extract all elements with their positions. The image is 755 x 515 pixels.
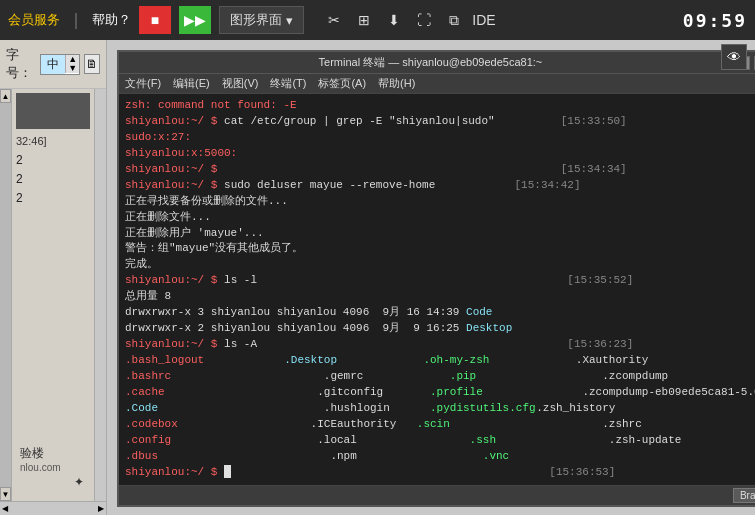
dropdown-arrow-icon: ▾ (286, 13, 293, 28)
font-size-arrows[interactable]: ▲ ▼ (65, 55, 79, 73)
terminal-line: .dbus .npm .vnc (125, 449, 755, 465)
terminal-line: .bashrc .gemrc .pip .zcompdump (125, 369, 755, 385)
terminal-wrapper: Terminal 终端 — shiyanlou@eb09ede5ca81:~ _… (107, 40, 755, 515)
terminal-line: shiyanlou:x:5000: (125, 146, 755, 162)
terminal-line: zsh: command not found: -E (125, 98, 755, 114)
terminal-line: drwxrwxr-x 2 shiyanlou shiyanlou 4096 9月… (125, 321, 755, 337)
terminal-line: 总用量 8 (125, 289, 755, 305)
external-icon: ⧉ (449, 12, 459, 29)
eye-icon: 👁 (727, 49, 741, 65)
terminal-line: 正在删除文件... (125, 210, 755, 226)
divider1: ｜ (68, 10, 84, 31)
menu-tabs[interactable]: 标签页(A) (318, 76, 366, 91)
star-icon: ✦ (74, 475, 84, 489)
sidebar-bottom-scrollbar[interactable]: ◀ ▶ (0, 501, 106, 515)
terminal-line: .bash_logout .Desktop .oh-my-zsh .Xautho… (125, 353, 755, 369)
sidebar-nums: 2 2 2 (16, 151, 90, 209)
mode-label: 图形界面 (230, 11, 282, 29)
menu-edit[interactable]: 编辑(E) (173, 76, 210, 91)
scroll-left-icon[interactable]: ◀ (2, 504, 8, 513)
sidebar-icon-row: ✦ (20, 473, 86, 491)
scroll-right-icon[interactable]: ▶ (98, 504, 104, 513)
terminal-line: 正在删除用户 'mayue'... (125, 226, 755, 242)
brackets-button[interactable]: Brackets (733, 488, 755, 503)
ide-label: IDE (472, 12, 495, 28)
sidebar-num-3: 2 (16, 189, 90, 208)
terminal-title-bar: Terminal 终端 — shiyanlou@eb09ede5ca81:~ _… (119, 52, 755, 74)
sidebar-content-area: 32:46] 2 2 2 验楼 nlou.com ✦ (12, 89, 94, 501)
copy-icon: ⊞ (358, 12, 370, 28)
fullscreen-icon: ⛶ (417, 12, 431, 28)
copy-button[interactable]: ⊞ (350, 6, 378, 34)
sidebar-top: 字号： 中 ▲ ▼ 🗎 (0, 40, 106, 89)
terminal-line: 警告：组"mayue"没有其他成员了。 (125, 241, 755, 257)
sidebar-left-scrollbar: ▲ ▼ (0, 89, 12, 501)
terminal-line: .Code .hushlogin .pydistutils.cfg .zsh_h… (125, 401, 755, 417)
sidebar-text-block (16, 93, 90, 129)
help-link[interactable]: 帮助？ (92, 11, 131, 29)
sidebar-section-label: 验楼 (20, 445, 86, 462)
download-button[interactable]: ⬇ (380, 6, 408, 34)
sidebar-num-2: 2 (16, 170, 90, 189)
scroll-down-button[interactable]: ▼ (0, 487, 11, 501)
play-icon: ▶▶ (184, 12, 206, 28)
font-size-down-icon[interactable]: ▼ (66, 64, 79, 73)
stop-button[interactable]: ■ (139, 6, 171, 34)
menu-view[interactable]: 视图(V) (222, 76, 259, 91)
sidebar: 字号： 中 ▲ ▼ 🗎 ▲ ▼ 32:46] 2 (0, 40, 107, 515)
terminal-content[interactable]: zsh: command not found: -E shiyanlou:~/ … (119, 94, 755, 485)
menu-terminal[interactable]: 终端(T) (270, 76, 306, 91)
terminal-line: 完成。 (125, 257, 755, 273)
cut-icon: ✂ (328, 12, 340, 28)
menu-help[interactable]: 帮助(H) (378, 76, 415, 91)
terminal-prompt-line: shiyanlou:~/ $ [15:36:53] (125, 465, 755, 481)
clock: 09:59 (683, 10, 747, 31)
terminal-window: Terminal 终端 — shiyanlou@eb09ede5ca81:~ _… (117, 50, 755, 507)
terminal-line: .config .local .ssh .zsh-update (125, 433, 755, 449)
terminal-line: shiyanlou:~/ $ ls -A [15:36:23] (125, 337, 755, 353)
top-bar: 会员服务 ｜ 帮助？ ■ ▶▶ 图形界面 ▾ ✂ ⊞ ⬇ ⛶ ⧉ IDE 09:… (0, 0, 755, 40)
sidebar-right-scrollbar (94, 89, 106, 501)
membership-link[interactable]: 会员服务 (8, 11, 60, 29)
terminal-line: .codebox .ICEauthority .scin .zshrc (125, 417, 755, 433)
sidebar-num-1: 2 (16, 151, 90, 170)
terminal-title: Terminal 终端 — shiyanlou@eb09ede5ca81:~ (125, 55, 736, 70)
font-label: 字号： (6, 46, 36, 82)
mode-dropdown[interactable]: 图形界面 ▾ (219, 6, 304, 34)
terminal-line: 正在寻找要备份或删除的文件... (125, 194, 755, 210)
toolbar-icons: ✂ ⊞ ⬇ ⛶ ⧉ IDE (320, 6, 498, 34)
terminal-line: shiyanlou:~/ $ ls -l [15:35:52] (125, 273, 755, 289)
terminal-footer: Brackets (119, 485, 755, 505)
sidebar-url: nlou.com (20, 462, 86, 473)
terminal-body: zsh: command not found: -E shiyanlou:~/ … (119, 94, 755, 485)
eye-button[interactable]: 👁 (721, 44, 747, 70)
ide-button[interactable]: IDE (470, 6, 498, 34)
terminal-line: sudo:x:27: (125, 130, 755, 146)
terminal-line: shiyanlou:~/ $ [15:34:34] (125, 162, 755, 178)
terminal-line: shiyanlou:~/ $ cat /etc/group | grep -E … (125, 114, 755, 130)
sidebar-body: ▲ ▼ 32:46] 2 2 2 验楼 nlou.com ✦ (0, 89, 106, 501)
font-size-control[interactable]: 中 ▲ ▼ (40, 54, 80, 75)
sidebar-time: 32:46] (16, 135, 90, 147)
external-button[interactable]: ⧉ (440, 6, 468, 34)
terminal-line: .cache .gitconfig .profile .zcompdump-eb… (125, 385, 755, 401)
sidebar-label-block: 验楼 nlou.com ✦ (16, 439, 90, 497)
download-icon: ⬇ (388, 12, 400, 28)
menu-file[interactable]: 文件(F) (125, 76, 161, 91)
document-icon: 🗎 (86, 57, 98, 71)
terminal-menu-bar: 文件(F) 编辑(E) 视图(V) 终端(T) 标签页(A) 帮助(H) (119, 74, 755, 94)
document-button[interactable]: 🗎 (84, 54, 100, 74)
cut-button[interactable]: ✂ (320, 6, 348, 34)
fullscreen-button[interactable]: ⛶ (410, 6, 438, 34)
terminal-line: drwxrwxr-x 3 shiyanlou shiyanlou 4096 9月… (125, 305, 755, 321)
scroll-track (0, 103, 11, 487)
terminal-line: shiyanlou:~/ $ sudo deluser mayue --remo… (125, 178, 755, 194)
scroll-up-button[interactable]: ▲ (0, 89, 11, 103)
main-content: 字号： 中 ▲ ▼ 🗎 ▲ ▼ 32:46] 2 (0, 40, 755, 515)
stop-icon: ■ (151, 12, 159, 28)
play-button[interactable]: ▶▶ (179, 6, 211, 34)
font-size-value: 中 (41, 55, 65, 74)
